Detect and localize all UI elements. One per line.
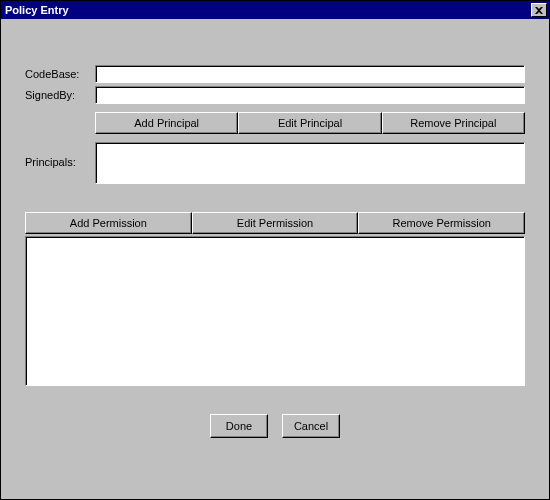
- signedby-input[interactable]: [95, 86, 525, 104]
- policy-entry-dialog: Policy Entry CodeBase: SignedBy: Add Pri…: [0, 0, 550, 500]
- cancel-button[interactable]: Cancel: [282, 414, 340, 438]
- permissions-list[interactable]: [25, 236, 525, 386]
- signedby-row: SignedBy:: [25, 86, 525, 104]
- principals-list[interactable]: [95, 142, 525, 184]
- titlebar: Policy Entry: [1, 1, 549, 19]
- remove-permission-label: Remove Permission: [392, 217, 490, 229]
- cancel-label: Cancel: [294, 420, 328, 432]
- principals-label: Principals:: [25, 142, 95, 184]
- codebase-row: CodeBase:: [25, 65, 525, 83]
- close-button[interactable]: [531, 3, 547, 17]
- close-icon: [535, 7, 543, 14]
- action-button-row: Done Cancel: [25, 414, 525, 438]
- remove-principal-label: Remove Principal: [410, 117, 496, 129]
- done-label: Done: [226, 420, 252, 432]
- add-principal-button[interactable]: Add Principal: [95, 112, 238, 134]
- principal-button-row: Add Principal Edit Principal Remove Prin…: [95, 112, 525, 134]
- dialog-content: CodeBase: SignedBy: Add Principal Edit P…: [1, 19, 549, 499]
- remove-principal-button[interactable]: Remove Principal: [382, 112, 525, 134]
- signedby-label: SignedBy:: [25, 89, 95, 101]
- window-title: Policy Entry: [5, 4, 69, 16]
- edit-permission-label: Edit Permission: [237, 217, 313, 229]
- codebase-input[interactable]: [95, 65, 525, 83]
- principals-row: Principals:: [25, 142, 525, 184]
- permission-button-row: Add Permission Edit Permission Remove Pe…: [25, 212, 525, 234]
- edit-permission-button[interactable]: Edit Permission: [192, 212, 359, 234]
- remove-permission-button[interactable]: Remove Permission: [358, 212, 525, 234]
- edit-principal-button[interactable]: Edit Principal: [238, 112, 381, 134]
- add-permission-label: Add Permission: [70, 217, 147, 229]
- edit-principal-label: Edit Principal: [278, 117, 342, 129]
- add-principal-label: Add Principal: [134, 117, 199, 129]
- add-permission-button[interactable]: Add Permission: [25, 212, 192, 234]
- codebase-label: CodeBase:: [25, 68, 95, 80]
- done-button[interactable]: Done: [210, 414, 268, 438]
